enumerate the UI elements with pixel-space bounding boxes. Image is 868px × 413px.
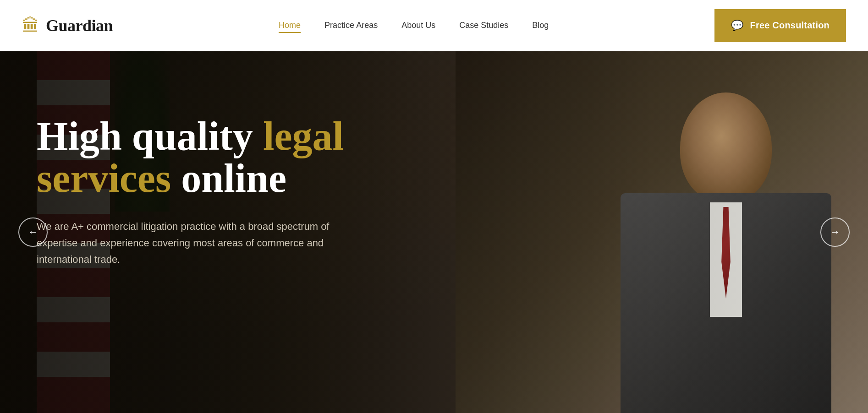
- headline-gold-1: legal: [263, 114, 344, 158]
- arrow-left-icon: ←: [28, 226, 38, 238]
- nav-case-studies[interactable]: Case Studies: [459, 21, 508, 30]
- hero-section: High quality legal services online We ar…: [0, 51, 868, 413]
- hero-headline: High quality legal services online: [37, 115, 344, 200]
- logo-text: Guardian: [46, 16, 113, 35]
- free-consultation-button[interactable]: 💬 Free Consultation: [714, 9, 846, 42]
- headline-white-2: online: [171, 156, 286, 201]
- chat-icon: 💬: [731, 20, 743, 32]
- cta-label: Free Consultation: [750, 20, 830, 31]
- slider-prev-button[interactable]: ←: [18, 217, 48, 247]
- arrow-right-icon: →: [830, 226, 840, 238]
- logo[interactable]: 🏛 Guardian: [22, 16, 113, 35]
- nav-practice-areas[interactable]: Practice Areas: [324, 21, 378, 30]
- hero-subtext: We are A+ commercial litigation practice…: [37, 218, 330, 268]
- slider-next-button[interactable]: →: [820, 217, 850, 247]
- main-nav: Home Practice Areas About Us Case Studie…: [279, 21, 549, 30]
- headline-gold-2: services: [37, 156, 171, 201]
- nav-about-us[interactable]: About Us: [401, 21, 435, 30]
- hero-content: High quality legal services online We ar…: [37, 115, 344, 268]
- nav-blog[interactable]: Blog: [532, 21, 549, 30]
- logo-icon: 🏛: [22, 17, 39, 34]
- nav-home[interactable]: Home: [279, 21, 301, 30]
- site-header: 🏛 Guardian Home Practice Areas About Us …: [0, 0, 868, 51]
- headline-white-1: High quality: [37, 114, 263, 158]
